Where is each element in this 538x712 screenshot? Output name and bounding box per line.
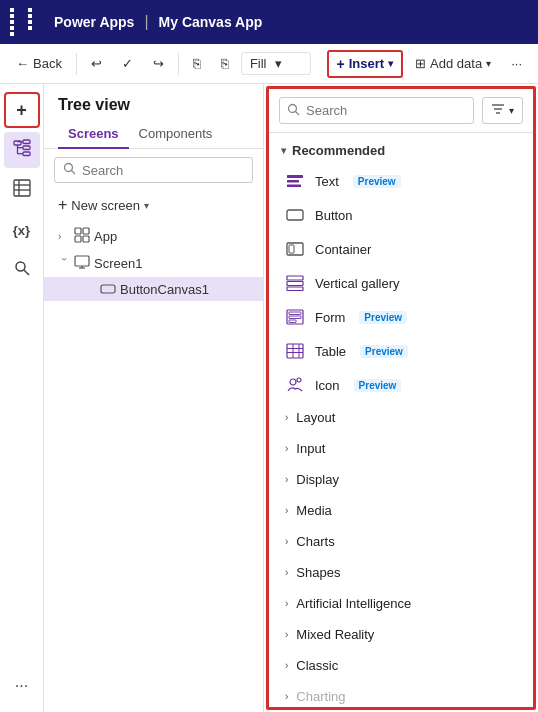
back-icon: ← bbox=[16, 56, 29, 71]
recommended-arrow-icon: ▾ bbox=[281, 145, 286, 156]
plus-icon: + bbox=[337, 56, 345, 72]
search-button[interactable] bbox=[4, 252, 40, 288]
mixed-reality-arrow-icon: › bbox=[285, 629, 288, 640]
app-launcher-icon[interactable] bbox=[10, 8, 44, 36]
tree-view-panel: Tree view Screens Components + New scree… bbox=[44, 84, 264, 712]
main-layout: + bbox=[0, 84, 538, 712]
app-icon bbox=[74, 227, 90, 246]
toolbar: ← Back ↩ ✓ ↪ ⎘ ⎘ Fill ▾ + Insert ▾ ⊞ Add… bbox=[0, 44, 538, 84]
svg-rect-37 bbox=[287, 287, 303, 291]
text-item-icon bbox=[285, 171, 305, 191]
insert-item-button[interactable]: Button bbox=[269, 198, 533, 232]
svg-point-24 bbox=[289, 104, 297, 112]
tree-item-screen1[interactable]: › Screen1 bbox=[44, 250, 263, 277]
data-button[interactable] bbox=[4, 172, 40, 208]
insert-button[interactable]: + Insert ▾ bbox=[327, 50, 404, 78]
tree-search-container bbox=[54, 157, 253, 183]
back-button[interactable]: ← Back bbox=[8, 52, 70, 75]
more-sidebar-button[interactable]: ··· bbox=[4, 668, 40, 704]
insert-item-form[interactable]: Form Preview bbox=[269, 300, 533, 334]
copy-icon: ⎘ bbox=[193, 56, 201, 71]
category-ai-label: Artificial Intelligence bbox=[296, 596, 411, 611]
screen1-label: Screen1 bbox=[94, 256, 142, 271]
undo-button[interactable]: ↩ bbox=[83, 52, 110, 75]
svg-rect-23 bbox=[101, 285, 115, 293]
tree-view-button[interactable] bbox=[4, 132, 40, 168]
svg-rect-3 bbox=[23, 152, 30, 156]
category-mixed-reality[interactable]: › Mixed Reality bbox=[269, 619, 533, 650]
insert-search-icon bbox=[287, 103, 300, 119]
check-button[interactable]: ✓ bbox=[114, 52, 141, 75]
category-shapes[interactable]: › Shapes bbox=[269, 557, 533, 588]
add-control-button[interactable]: + bbox=[4, 92, 40, 128]
svg-rect-32 bbox=[287, 210, 303, 220]
category-layout-label: Layout bbox=[296, 410, 335, 425]
search-icon bbox=[14, 260, 30, 280]
svg-rect-42 bbox=[287, 344, 303, 358]
tree-item-button-canvas[interactable]: ButtonCanvas1 bbox=[44, 277, 263, 301]
paste-button[interactable]: ⎘ bbox=[213, 52, 237, 75]
fill-label: Fill bbox=[250, 56, 267, 71]
vertical-gallery-item-icon bbox=[285, 273, 305, 293]
new-screen-button[interactable]: + New screen ▾ bbox=[44, 191, 263, 219]
insert-item-text[interactable]: Text Preview bbox=[269, 164, 533, 198]
shapes-arrow-icon: › bbox=[285, 567, 288, 578]
category-input[interactable]: › Input bbox=[269, 433, 533, 464]
redo-button[interactable]: ↪ bbox=[145, 52, 172, 75]
insert-item-container[interactable]: Container bbox=[269, 232, 533, 266]
variables-button[interactable]: {x} bbox=[4, 212, 40, 248]
svg-rect-20 bbox=[75, 256, 89, 266]
svg-line-25 bbox=[296, 111, 300, 115]
screen1-expand-icon: › bbox=[59, 258, 70, 270]
insert-search-input[interactable] bbox=[279, 97, 474, 124]
category-charting[interactable]: › Charting bbox=[269, 681, 533, 707]
icon-preview-badge: Preview bbox=[354, 379, 402, 392]
container-item-label: Container bbox=[315, 242, 371, 257]
category-media[interactable]: › Media bbox=[269, 495, 533, 526]
more-options-button[interactable]: ··· bbox=[503, 52, 530, 75]
form-item-label: Form bbox=[315, 310, 345, 325]
insert-chevron-icon: ▾ bbox=[388, 58, 393, 69]
ai-arrow-icon: › bbox=[285, 598, 288, 609]
check-icon: ✓ bbox=[122, 56, 133, 71]
layout-arrow-icon: › bbox=[285, 412, 288, 423]
category-charts[interactable]: › Charts bbox=[269, 526, 533, 557]
category-display[interactable]: › Display bbox=[269, 464, 533, 495]
container-item-icon bbox=[285, 239, 305, 259]
plus-new-screen-icon: + bbox=[58, 196, 67, 214]
insert-item-icon[interactable]: Icon Preview bbox=[269, 368, 533, 402]
tree-items-list: › App › bbox=[44, 219, 263, 712]
top-bar: Power Apps | My Canvas App bbox=[0, 0, 538, 44]
svg-rect-31 bbox=[287, 185, 301, 188]
filter-chevron-icon: ▾ bbox=[509, 105, 514, 116]
copy-button[interactable]: ⎘ bbox=[185, 52, 209, 75]
insert-item-vertical-gallery[interactable]: Vertical gallery bbox=[269, 266, 533, 300]
filter-button[interactable]: ▾ bbox=[482, 97, 523, 124]
svg-rect-18 bbox=[75, 236, 81, 242]
section-recommended[interactable]: ▾ Recommended bbox=[269, 137, 533, 164]
svg-point-47 bbox=[290, 379, 296, 385]
add-data-button[interactable]: ⊞ Add data ▾ bbox=[407, 52, 499, 75]
category-layout[interactable]: › Layout bbox=[269, 402, 533, 433]
svg-point-14 bbox=[65, 164, 73, 172]
tree-search-input[interactable] bbox=[82, 163, 250, 178]
category-ai[interactable]: › Artificial Intelligence bbox=[269, 588, 533, 619]
svg-rect-8 bbox=[14, 180, 30, 196]
insert-items-list: ▾ Recommended Text Preview bbox=[269, 133, 533, 707]
tree-item-app[interactable]: › App bbox=[44, 223, 263, 250]
app-label: App bbox=[94, 229, 117, 244]
fill-dropdown[interactable]: Fill ▾ bbox=[241, 52, 311, 75]
insert-item-table[interactable]: Table Preview bbox=[269, 334, 533, 368]
svg-point-12 bbox=[16, 262, 25, 271]
svg-line-13 bbox=[24, 270, 29, 275]
add-data-icon: ⊞ bbox=[415, 56, 426, 71]
screen1-icon bbox=[74, 254, 90, 273]
variables-icon: {x} bbox=[13, 223, 30, 238]
icon-item-label: Icon bbox=[315, 378, 340, 393]
category-classic[interactable]: › Classic bbox=[269, 650, 533, 681]
svg-rect-16 bbox=[75, 228, 81, 234]
redo-icon: ↪ bbox=[153, 56, 164, 71]
tab-screens[interactable]: Screens bbox=[58, 120, 129, 149]
tab-components[interactable]: Components bbox=[129, 120, 223, 149]
svg-rect-1 bbox=[23, 140, 30, 144]
